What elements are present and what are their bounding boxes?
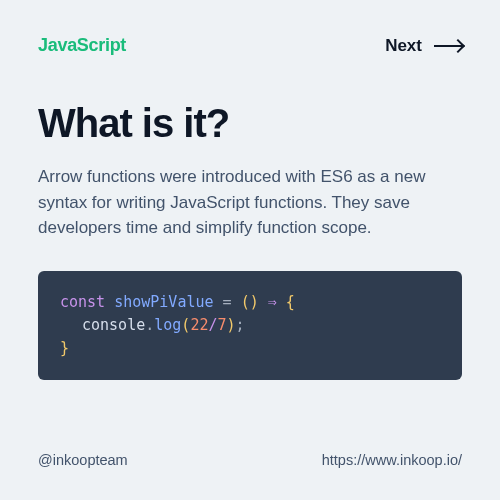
paren-close: ) [250,293,259,311]
log-method: log [154,316,181,334]
dot-token: . [145,316,154,334]
function-name: showPiValue [114,293,213,311]
next-label: Next [385,36,422,56]
page-title: What is it? [38,101,462,146]
num-22: 22 [190,316,208,334]
code-line-2: console.log(22/7); [60,314,440,337]
brace-close: } [60,339,69,357]
brand-label: JavaScript [38,35,126,56]
num-7: 7 [217,316,226,334]
code-line-1: const showPiValue = () ⇒ { [60,293,295,311]
description-text: Arrow functions were introduced with ES6… [38,164,462,241]
header: JavaScript Next [38,35,462,56]
arrow-token: ⇒ [259,293,286,311]
semicolon: ; [236,316,245,334]
arrow-right-icon [434,45,462,47]
code-line-3: } [60,339,69,357]
paren-open: ( [241,293,250,311]
equals-token: = [214,293,241,311]
keyword-const: const [60,293,105,311]
brace-open: { [286,293,295,311]
footer: @inkoopteam https://www.inkoop.io/ [38,452,462,468]
console-obj: console [82,316,145,334]
code-block: const showPiValue = () ⇒ { console.log(2… [38,271,462,381]
website-url[interactable]: https://www.inkoop.io/ [322,452,462,468]
social-handle[interactable]: @inkoopteam [38,452,128,468]
next-button[interactable]: Next [385,36,462,56]
call-close: ) [227,316,236,334]
